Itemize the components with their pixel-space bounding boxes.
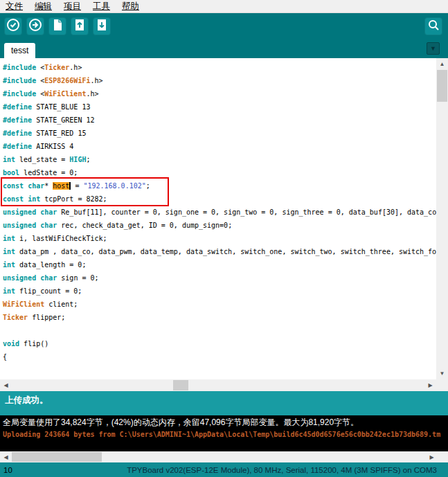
menu-item-help[interactable]: 帮助 [122, 1, 139, 12]
save-button[interactable] [93, 17, 111, 35]
code-editor[interactable]: #include <Ticker.h>#include <ESP8266WiFi… [0, 58, 436, 379]
code-line: #define AIRKISS 4 [3, 140, 436, 153]
code-token: char [28, 182, 44, 190]
save-down-arrow-icon [94, 17, 109, 35]
console-scroll-right-arrow-icon[interactable]: ▶ [426, 451, 438, 462]
verify-check-icon [6, 17, 21, 35]
scroll-up-arrow-icon[interactable]: ▲ [436, 58, 448, 70]
editor-vertical-scrollbar[interactable]: ▲ ▼ [436, 58, 448, 379]
code-token: #include [3, 90, 40, 98]
code-token: #include [3, 77, 40, 84]
code-line: #define STATE_BLUE 13 [3, 100, 436, 114]
open-button[interactable] [71, 17, 89, 35]
code-line: unsigned char rec, check_data_get, ID = … [3, 219, 436, 232]
console-output[interactable]: 全局变量使用了34,824字节，(42%)的动态内存，余留47,096字节局部变… [0, 415, 448, 451]
code-token: void [3, 340, 19, 348]
code-token: .h> [69, 64, 82, 71]
code-line: int flip_count = 0; [3, 285, 436, 298]
code-token: i, lastWiFiCheckTick; [15, 235, 107, 242]
code-token: ; [86, 156, 90, 163]
code-token: #define [3, 103, 36, 111]
scrollbar-corner [436, 379, 448, 391]
code-token: .h> [86, 90, 98, 98]
code-line: { [3, 350, 436, 363]
code-line: int led_state = HIGH; [3, 153, 436, 166]
tab-tesst[interactable]: tesst [4, 43, 35, 58]
menu-item-tools[interactable]: 工具 [93, 1, 110, 12]
tab-menu-button[interactable]: ▼ [427, 42, 440, 55]
code-token: #define [3, 143, 36, 150]
code-token: unsigned [3, 274, 36, 282]
console-scroll-left-arrow-icon[interactable]: ◀ [0, 451, 12, 462]
code-token: = [71, 182, 83, 190]
code-token: { [3, 353, 7, 361]
console-scroll-thumb[interactable] [12, 452, 102, 462]
code-token: client; [44, 300, 78, 308]
serial-monitor-button[interactable] [424, 17, 442, 35]
code-token: unsigned [3, 208, 36, 216]
current-line-number: 10 [3, 466, 12, 474]
code-token: * [44, 182, 53, 190]
menu-item-sketch[interactable]: 项目 [64, 1, 81, 12]
code-token: .h> [90, 77, 102, 84]
code-line: #include <Ticker.h> [3, 61, 436, 74]
code-token: #include [3, 64, 40, 71]
code-token: flip_count = 0; [15, 287, 82, 295]
console-line: Uploading 243664 bytes from C:\Users\ADM… [3, 429, 445, 440]
status-bar: 10 TPYBoard v202(ESP-12E Module), 80 MHz… [0, 462, 448, 477]
console-scrollbar-corner [438, 451, 448, 462]
code-token: Re_buf[11], counter = 0, sign_one = 0, s… [57, 208, 436, 216]
toolbar [0, 13, 448, 39]
code-token: AIRKISS 4 [36, 143, 73, 150]
code-token: Ticker [44, 64, 69, 71]
menu-bar: 文件编辑项目工具帮助 [0, 0, 448, 13]
upload-button[interactable] [26, 17, 44, 35]
board-info: TPYBoard v202(ESP-12E Module), 80 MHz, S… [127, 466, 437, 474]
code-token: const [3, 195, 24, 203]
code-token: sign = 0; [57, 274, 98, 282]
code-token: bool [3, 169, 19, 177]
code-token: led_state = [15, 156, 69, 163]
chevron-down-icon: ▼ [430, 45, 436, 52]
verify-button[interactable] [4, 17, 22, 35]
code-line: #include <ESP8266WiFi.h> [3, 74, 436, 87]
upload-arrow-icon [28, 17, 43, 35]
code-token: data_length = 0; [15, 261, 86, 269]
code-token: flipper; [28, 314, 65, 321]
code-token: int [28, 195, 40, 203]
code-line: int data_length = 0; [3, 258, 436, 271]
code-line: unsigned char sign = 0; [3, 271, 436, 285]
code-line [3, 324, 436, 337]
console-horizontal-scrollbar[interactable]: ◀ ▶ [0, 451, 438, 462]
horizontal-scroll-thumb[interactable] [173, 380, 188, 390]
code-token: STATE_BLUE 13 [36, 103, 90, 111]
scroll-right-arrow-icon[interactable]: ▶ [424, 379, 436, 391]
code-token: rec, check_data_get, ID = 0, dump_sign=0… [57, 222, 232, 229]
code-token: WiFiClient [44, 90, 86, 98]
upload-success-message: 上传成功。 [5, 395, 48, 405]
code-line: Ticker flipper; [3, 311, 436, 324]
new-sketch-button[interactable] [48, 17, 66, 35]
code-line: #define STATE_GREEN 12 [3, 114, 436, 127]
scroll-down-arrow-icon[interactable]: ▼ [436, 368, 448, 379]
vertical-scroll-thumb[interactable] [437, 70, 447, 102]
code-token: HIGH [69, 156, 86, 163]
scroll-left-arrow-icon[interactable]: ◀ [0, 379, 12, 391]
menu-item-edit[interactable]: 编辑 [35, 1, 52, 12]
code-token: char [40, 222, 57, 229]
code-token: #define [3, 129, 36, 137]
code-token: flip() [19, 340, 48, 348]
menu-item-file[interactable]: 文件 [6, 1, 23, 12]
selected-word-highlight: host [53, 182, 71, 190]
code-line: WiFiClient client; [3, 298, 436, 311]
magnifier-icon [426, 17, 441, 35]
new-document-icon [50, 17, 65, 35]
code-token: Ticker [3, 314, 28, 321]
code-token: const [3, 182, 24, 190]
code-token: WiFiClient [3, 300, 44, 308]
code-token: int [3, 248, 15, 255]
code-line: int data_pm , data_co, data_pwm, data_te… [3, 245, 436, 258]
code-token: STATE_RED 15 [36, 129, 86, 137]
editor-horizontal-scrollbar[interactable]: ◀ ▶ [0, 379, 436, 391]
arduino-ide-window: 文件编辑项目工具帮助 [0, 0, 448, 477]
